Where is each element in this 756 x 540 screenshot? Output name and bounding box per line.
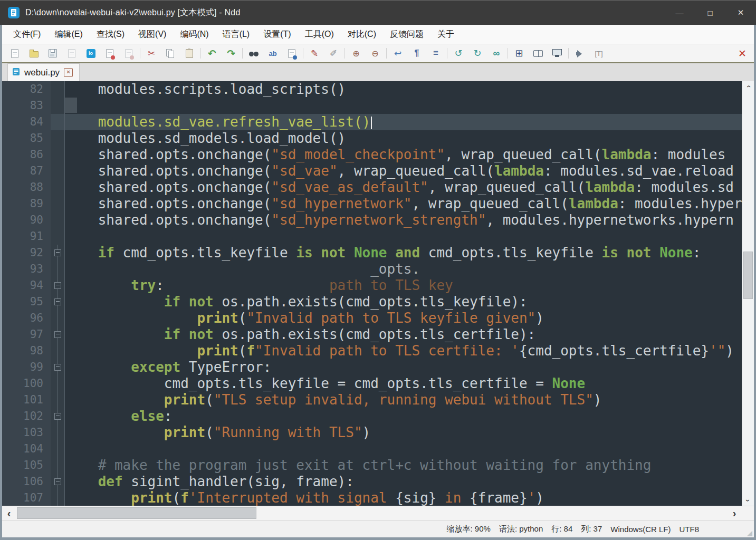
eye-protection-icon[interactable]: ∞ [487,46,506,61]
menu-item-9[interactable]: 反馈问题 [383,25,430,44]
open-folder-icon[interactable] [24,46,43,61]
code-line-105[interactable]: 105 # make the program just exit at ctrl… [2,457,742,474]
history-back-icon[interactable]: ↺ [449,46,468,61]
fold-toggle-icon[interactable] [51,326,65,343]
paste-icon[interactable] [180,46,199,61]
code-line-82[interactable]: 82 modules.scripts.load_scripts() [2,81,742,98]
word-wrap-icon[interactable]: ↩ [388,46,407,61]
code-line-92[interactable]: 92 if cmd_opts.tls_keyfile is not None a… [2,245,742,261]
highlight-marker-icon[interactable]: ✎ [305,46,324,61]
scroll-left-icon[interactable]: ‹ [2,506,16,520]
fold-toggle-icon[interactable] [51,474,65,490]
clear-highlight-icon[interactable]: ✐ [324,46,343,61]
scroll-right-icon[interactable]: › [728,506,741,520]
toolbar-separator [508,48,508,59]
code-line-100[interactable]: 100 cmd_opts.tls_keyfile = cmd_opts.tls_… [2,375,742,392]
code-line-96[interactable]: 96 print("Invalid path to TLS keyfile gi… [2,310,742,326]
code-line-85[interactable]: 85 modules.sd_models.load_model() [2,130,742,147]
scroll-down-icon[interactable]: › [742,495,754,506]
code-line-101[interactable]: 101 print("TLS setup invalid, running we… [2,392,742,408]
menu-item-10[interactable]: 关于 [430,25,461,44]
show-paragraph-icon[interactable]: ¶ [407,46,426,61]
undo-icon[interactable]: ↶ [203,46,222,61]
code-line-107[interactable]: 107 print(f'Interrupted with signal {sig… [2,490,742,506]
code-line-106[interactable]: 106 def sigint_handler(sig, frame): [2,474,742,490]
menu-item-1[interactable]: 编辑(E) [47,25,89,44]
menu-item-4[interactable]: 编码(N) [173,25,215,44]
code-line-86[interactable]: 86 shared.opts.onchange("sd_model_checkp… [2,147,742,163]
code-line-83[interactable]: 83 [2,98,742,114]
minimize-button[interactable]: — [664,1,695,25]
code-text: modules.sd_vae.refresh_vae_list() [65,114,742,130]
fold-toggle-icon[interactable] [51,359,65,375]
app-icon [7,6,20,19]
indent-guides-icon[interactable]: ≡ [426,46,445,61]
code-line-104[interactable]: 104 [2,441,742,457]
cut-icon[interactable]: ✂ [142,46,161,61]
mute-icon[interactable] [570,46,589,61]
code-line-95[interactable]: 95 if not os.path.exists(cmd_opts.tls_ke… [2,294,742,310]
code-line-84[interactable]: 84 modules.sd_vae.refresh_vae_list() [2,114,742,130]
line-number: 83 [2,98,51,114]
zoom-in-icon[interactable]: ⊕ [347,46,366,61]
code-line-102[interactable]: 102 else: [2,408,742,425]
zoom-out-icon[interactable]: ⊖ [366,46,385,61]
code-text: print("Invalid path to TLS keyfile given… [65,310,742,326]
horizontal-scrollbar[interactable]: ‹ › [2,506,754,520]
monitor-view-icon[interactable] [548,46,567,61]
code-editor[interactable]: 82 modules.scripts.load_scripts()8384 mo… [2,81,754,506]
fold-toggle-icon[interactable] [51,277,65,294]
vertical-scrollbar-thumb[interactable] [743,252,753,299]
code-text [65,441,742,457]
fold-toggle-icon[interactable] [51,408,65,425]
fold-toggle-icon[interactable] [51,245,65,261]
code-line-93[interactable]: 93 _opts. [2,261,742,277]
code-line-99[interactable]: 99 except TypeError: [2,359,742,375]
save-all-icon[interactable] [62,46,81,61]
save-file-icon[interactable] [43,46,62,61]
delete-file-icon[interactable] [100,46,119,61]
menu-item-0[interactable]: 文件(F) [6,25,47,44]
code-line-89[interactable]: 89 shared.opts.onchange("sd_hypernetwork… [2,196,742,212]
fold-toggle-icon[interactable] [51,294,65,310]
code-line-97[interactable]: 97 if not os.path.exists(cmd_opts.tls_ce… [2,326,742,343]
tab-webui-py[interactable]: webui.py ✕ [7,63,80,81]
resize-grip[interactable]: ◢ [747,529,752,537]
vertical-scrollbar[interactable]: › › [742,81,754,506]
maximize-button[interactable]: □ [695,1,725,25]
code-line-88[interactable]: 88 shared.opts.onchange("sd_vae_as_defau… [2,179,742,196]
menu-item-8[interactable]: 对比(C) [341,25,383,44]
line-number: 98 [2,343,51,359]
fold-gutter [51,310,65,326]
menu-item-7[interactable]: 工具(O) [298,25,341,44]
code-line-103[interactable]: 103 print("Running with TLS") [2,425,742,441]
code-line-98[interactable]: 98 print(f"Invalid path to TLS certfile:… [2,343,742,359]
code-line-90[interactable]: 90 shared.opts.onchange("sd_hypernetwork… [2,212,742,228]
history-forward-icon[interactable]: ↻ [468,46,487,61]
find-icon[interactable] [244,46,263,61]
new-file-icon[interactable] [5,46,24,61]
menu-item-3[interactable]: 视图(V) [131,25,173,44]
code-line-94[interactable]: 94 try: path to TLS key [2,277,742,294]
menu-item-2[interactable]: 查找(S) [90,25,131,44]
scroll-up-icon[interactable]: › [742,81,754,92]
line-number: 100 [2,375,51,392]
close-button[interactable]: ✕ [725,1,756,25]
tab-close-icon[interactable]: ✕ [64,68,73,77]
horizontal-scrollbar-thumb[interactable] [17,507,256,519]
grid-view-icon[interactable]: ⊞ [510,46,529,61]
text-mode-badge-icon[interactable]: io [81,46,100,61]
book-view-icon[interactable] [529,46,548,61]
close-file-icon[interactable] [119,46,138,61]
replace-icon[interactable]: ab [263,46,282,61]
find-in-files-icon[interactable] [282,46,301,61]
menu-item-5[interactable]: 语言(L) [216,25,257,44]
copy-icon[interactable] [161,46,180,61]
code-line-87[interactable]: 87 shared.opts.onchange("sd_vae", wrap_q… [2,163,742,179]
code-line-91[interactable]: 91 [2,228,742,245]
menu-item-6[interactable]: 设置(T) [256,25,298,44]
close-document-icon[interactable]: ✕ [731,47,754,60]
text-brackets-icon[interactable]: [T] [589,46,608,61]
toolbar-separator [386,48,387,59]
redo-icon[interactable]: ↷ [222,46,241,61]
